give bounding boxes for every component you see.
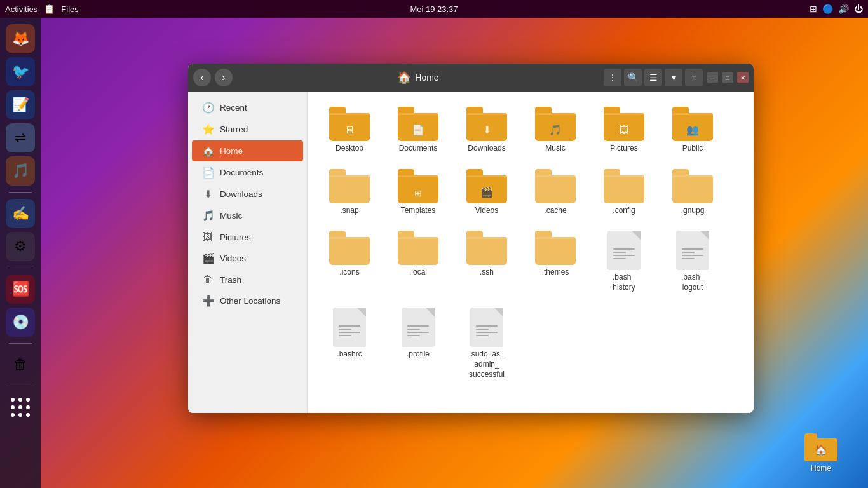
dock-thunderbird[interactable]: 🐦 bbox=[6, 57, 35, 86]
sidebar-label-pictures: Pictures bbox=[220, 233, 251, 242]
sidebar-item-downloads[interactable]: ⬇ Downloads bbox=[192, 184, 303, 205]
dock-writer[interactable]: 📝 bbox=[6, 90, 35, 119]
file-item-pictures[interactable]: 🖼 Pictures bbox=[592, 102, 656, 159]
sidebar-label-trash: Trash bbox=[220, 275, 241, 285]
file-item-sudo[interactable]: .sudo_as_admin_successful bbox=[455, 302, 519, 384]
file-manager-window: ‹ › 🏠 Home ⋮ 🔍 ☰ ▾ ≡ ─ □ ✕ 🕐 Recent ⭐ bbox=[188, 64, 754, 413]
file-label-themes: .themes bbox=[542, 268, 569, 278]
dock-trash[interactable]: 🗑 bbox=[6, 350, 35, 379]
file-item-templates[interactable]: ⊞ Templates bbox=[386, 164, 450, 221]
dock: 🦊 🐦 📝 ⇌ 🎵 ✍ ⚙ 🆘 💿 🗑 bbox=[0, 18, 41, 488]
maximize-button[interactable]: □ bbox=[722, 72, 733, 83]
activities-button[interactable]: Activities bbox=[5, 4, 37, 14]
file-item-themes[interactable]: .themes bbox=[524, 226, 587, 297]
titlebar: ‹ › 🏠 Home ⋮ 🔍 ☰ ▾ ≡ ─ □ ✕ bbox=[188, 64, 754, 92]
file-item-downloads[interactable]: ⬇ Downloads bbox=[455, 102, 519, 159]
sidebar: 🕐 Recent ⭐ Starred 🏠 Home 📄 Documents ⬇ … bbox=[188, 92, 308, 413]
file-label-documents: Documents bbox=[399, 144, 438, 154]
dock-firefox[interactable]: 🦊 bbox=[6, 24, 35, 53]
file-label-config: .config bbox=[613, 206, 635, 216]
file-item-videos[interactable]: 🎬 Videos bbox=[455, 164, 519, 221]
power-icon[interactable]: ⏻ bbox=[854, 4, 863, 14]
pictures-icon: 🖼 bbox=[202, 231, 214, 243]
network-icon[interactable]: ⊞ bbox=[810, 4, 817, 14]
dock-libreoffice[interactable]: ✍ bbox=[6, 199, 35, 228]
sidebar-toggle-button[interactable]: ≡ bbox=[685, 69, 703, 86]
dock-apps-button[interactable] bbox=[6, 393, 35, 422]
window-controls: ─ □ ✕ bbox=[707, 72, 749, 83]
file-label-snap: .snap bbox=[340, 206, 358, 216]
dock-toggle[interactable]: ⇌ bbox=[6, 123, 35, 152]
sidebar-label-starred: Starred bbox=[220, 125, 248, 134]
bluetooth-icon[interactable]: 🔵 bbox=[822, 4, 833, 14]
file-item-bash-logout[interactable]: .bash_logout bbox=[661, 226, 724, 297]
topbar: Activities 📋 Files Mei 19 23:37 ⊞ 🔵 🔊 ⏻ bbox=[0, 0, 868, 18]
dock-brasero[interactable]: 💿 bbox=[6, 308, 35, 337]
videos-icon: 🎬 bbox=[202, 252, 214, 264]
desktop-home-label: Home bbox=[811, 464, 831, 473]
file-item-bashrc[interactable]: .bashrc bbox=[318, 302, 381, 384]
dock-divider-2 bbox=[9, 268, 32, 268]
sidebar-item-other-locations[interactable]: ➕ Other Locations bbox=[192, 290, 303, 311]
file-item-bash-history[interactable]: .bash_history bbox=[592, 226, 656, 297]
window-body: 🕐 Recent ⭐ Starred 🏠 Home 📄 Documents ⬇ … bbox=[188, 92, 754, 413]
file-item-profile[interactable]: .profile bbox=[386, 302, 450, 384]
desktop-home-widget[interactable]: 🏠 Home bbox=[804, 433, 837, 473]
file-item-gnupg[interactable]: .gnupg bbox=[661, 164, 724, 221]
volume-icon[interactable]: 🔊 bbox=[838, 4, 849, 14]
file-item-public[interactable]: 👥 Public bbox=[661, 102, 724, 159]
sidebar-item-recent[interactable]: 🕐 Recent bbox=[192, 97, 303, 118]
topbar-datetime: Mei 19 23:37 bbox=[410, 4, 458, 14]
forward-button[interactable]: › bbox=[215, 69, 233, 86]
dock-settings[interactable]: ⚙ bbox=[6, 232, 35, 261]
file-item-snap[interactable]: .snap bbox=[318, 164, 381, 221]
sidebar-item-home[interactable]: 🏠 Home bbox=[192, 140, 303, 161]
home-icon: 🏠 bbox=[202, 145, 214, 157]
file-item-icons[interactable]: .icons bbox=[318, 226, 381, 297]
sidebar-item-trash[interactable]: 🗑 Trash bbox=[192, 269, 303, 290]
sidebar-item-documents[interactable]: 📄 Documents bbox=[192, 162, 303, 183]
file-item-cache[interactable]: .cache bbox=[524, 164, 587, 221]
view-dropdown-button[interactable]: ▾ bbox=[665, 69, 682, 86]
sidebar-item-music[interactable]: 🎵 Music bbox=[192, 205, 303, 226]
file-item-documents[interactable]: 📄 Documents bbox=[386, 102, 450, 159]
file-label-cache: .cache bbox=[544, 206, 566, 216]
file-item-music[interactable]: 🎵 Music bbox=[524, 102, 587, 159]
minimize-button[interactable]: ─ bbox=[707, 72, 718, 83]
dock-rhythmbox[interactable]: 🎵 bbox=[6, 156, 35, 186]
file-item-desktop[interactable]: 🖥 Desktop bbox=[318, 102, 381, 159]
sidebar-label-recent: Recent bbox=[220, 103, 247, 112]
sidebar-item-starred[interactable]: ⭐ Starred bbox=[192, 119, 303, 140]
sidebar-item-pictures[interactable]: 🖼 Pictures bbox=[192, 227, 303, 247]
file-label-bash-logout: .bash_logout bbox=[681, 273, 704, 292]
dock-help[interactable]: 🆘 bbox=[6, 274, 35, 304]
file-label-downloads: Downloads bbox=[468, 144, 505, 154]
file-item-local[interactable]: .local bbox=[386, 226, 450, 297]
path-home-icon: 🏠 bbox=[397, 71, 411, 85]
search-button[interactable]: 🔍 bbox=[624, 69, 642, 86]
file-label-ssh: .ssh bbox=[480, 268, 494, 278]
sidebar-label-other-locations: Other Locations bbox=[220, 296, 280, 306]
other-locations-icon: ➕ bbox=[202, 295, 214, 307]
file-item-ssh[interactable]: .ssh bbox=[455, 226, 519, 297]
file-label-desktop: Desktop bbox=[336, 144, 363, 154]
menu-button[interactable]: ⋮ bbox=[604, 69, 621, 86]
dock-divider bbox=[9, 192, 32, 193]
close-button[interactable]: ✕ bbox=[737, 72, 749, 83]
file-label-local: .local bbox=[409, 268, 427, 278]
files-app-label[interactable]: Files bbox=[61, 4, 78, 14]
trash-icon: 🗑 bbox=[202, 274, 214, 285]
sidebar-item-videos[interactable]: 🎬 Videos bbox=[192, 248, 303, 269]
files-grid: 🖥 Desktop 📄 Documents bbox=[318, 102, 743, 384]
sidebar-label-downloads: Downloads bbox=[220, 189, 262, 199]
view-list-button[interactable]: ☰ bbox=[644, 69, 662, 86]
file-label-sudo: .sudo_as_admin_successful bbox=[469, 349, 505, 379]
file-label-pictures: Pictures bbox=[610, 144, 637, 154]
file-label-gnupg: .gnupg bbox=[681, 206, 705, 216]
documents-icon: 📄 bbox=[202, 166, 214, 179]
file-label-templates: Templates bbox=[401, 206, 436, 216]
file-item-config[interactable]: .config bbox=[592, 164, 656, 221]
back-button[interactable]: ‹ bbox=[193, 69, 211, 86]
music-icon: 🎵 bbox=[202, 210, 214, 222]
file-label-bash-history: .bash_history bbox=[613, 273, 635, 292]
